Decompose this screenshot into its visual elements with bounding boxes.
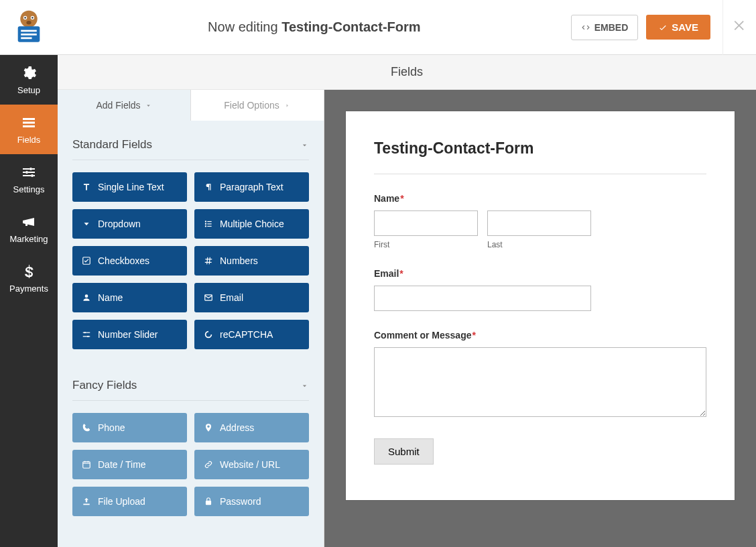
field-dropdown[interactable]: Dropdown [72, 209, 187, 239]
field-address[interactable]: Address [194, 413, 309, 442]
required-asterisk: * [399, 268, 403, 279]
rail-setup-label: Setup [17, 85, 40, 95]
link-icon [204, 460, 213, 469]
chevron-down-icon [300, 381, 309, 390]
close-button[interactable] [733, 18, 747, 37]
field-name[interactable]: Name [72, 283, 187, 312]
upload-icon [82, 497, 91, 506]
form-field-comment[interactable]: Comment or Message* [374, 330, 706, 420]
svg-point-25 [84, 332, 86, 333]
field-email[interactable]: Email [194, 283, 309, 312]
fields-panel: Add Fields Field Options Standard Fields [58, 90, 324, 547]
editing-prefix: Now editing [208, 19, 281, 34]
first-name-input[interactable] [374, 210, 478, 236]
preview-wrap: Testing-Contact-Form Name* First Last [324, 90, 756, 547]
rail-settings-label: Settings [13, 184, 45, 194]
svg-point-4 [32, 17, 34, 19]
caret-down-icon [82, 219, 91, 229]
first-sublabel: First [374, 240, 478, 249]
comment-label: Comment or Message* [374, 330, 706, 341]
group-fancy: Fancy Fields Phone Address Date / Time W… [58, 361, 324, 528]
lock-icon [204, 497, 213, 506]
rail-marketing[interactable]: Marketing [0, 204, 58, 253]
user-icon [82, 293, 91, 302]
sliders-icon [82, 330, 91, 339]
code-icon [581, 23, 590, 32]
editing-formname: Testing-Contact-Form [281, 19, 420, 34]
field-multiple-choice[interactable]: Multiple Choice [194, 209, 309, 239]
preview-card: Testing-Contact-Form Name* First Last [346, 111, 735, 500]
form-field-email[interactable]: Email* [374, 268, 706, 311]
rail-settings[interactable]: Settings [0, 154, 58, 204]
chevron-right-icon [284, 102, 291, 109]
check-square-icon [82, 256, 91, 265]
field-datetime[interactable]: Date / Time [72, 450, 187, 479]
save-button[interactable]: SAVE [646, 15, 710, 40]
secondary-header: Fields [58, 55, 756, 90]
phone-icon [82, 423, 91, 432]
tab-add-fields[interactable]: Add Fields [58, 90, 190, 121]
field-password[interactable]: Password [194, 487, 309, 516]
group-fancy-header[interactable]: Fancy Fields [72, 361, 309, 401]
svg-rect-21 [207, 226, 211, 227]
standard-grid: Single Line Text Paragraph Text Dropdown… [72, 160, 309, 361]
field-recaptcha[interactable]: reCAPTCHA [194, 320, 309, 349]
svg-rect-12 [23, 125, 35, 127]
field-numbers[interactable]: Numbers [194, 246, 309, 276]
last-name-input[interactable] [487, 210, 591, 236]
submit-button[interactable]: Submit [374, 438, 434, 465]
top-bar: Now editing Testing-Contact-Form EMBED S… [0, 0, 756, 55]
email-input[interactable] [374, 286, 591, 311]
secondary-title: Fields [391, 65, 423, 79]
app-logo [0, 0, 58, 55]
list-icon [204, 219, 213, 229]
fields-tabs: Add Fields Field Options [58, 90, 324, 121]
rail-setup[interactable]: Setup [0, 55, 58, 105]
form-field-name[interactable]: Name* First Last [374, 193, 706, 249]
workspace: Setup Fields Settings Marketing Payments… [0, 55, 756, 547]
field-website[interactable]: Website / URL [194, 450, 309, 479]
tab-add-label: Add Fields [96, 100, 140, 111]
group-fancy-title: Fancy Fields [72, 379, 137, 392]
envelope-icon [204, 293, 213, 302]
svg-point-5 [26, 21, 31, 24]
field-phone[interactable]: Phone [72, 413, 187, 442]
form-icon [21, 115, 37, 131]
sliders-icon [21, 164, 37, 180]
svg-rect-28 [206, 501, 211, 505]
field-number-slider[interactable]: Number Slider [72, 320, 187, 349]
rail-fields[interactable]: Fields [0, 105, 58, 154]
svg-point-18 [205, 223, 206, 225]
bullhorn-icon [21, 214, 37, 230]
svg-point-14 [25, 171, 28, 174]
field-checkboxes[interactable]: Checkboxes [72, 246, 187, 276]
comment-textarea[interactable] [374, 347, 706, 417]
embed-button[interactable]: EMBED [571, 15, 639, 40]
svg-rect-27 [83, 462, 90, 468]
editing-title: Now editing Testing-Contact-Form [58, 19, 571, 35]
svg-rect-17 [207, 221, 211, 222]
svg-point-26 [87, 336, 88, 337]
svg-point-15 [31, 174, 34, 177]
svg-point-20 [205, 225, 206, 227]
hash-icon [204, 256, 213, 265]
field-single-line-text[interactable]: Single Line Text [72, 172, 187, 202]
svg-rect-7 [21, 29, 37, 32]
required-asterisk: * [472, 330, 475, 341]
rail-payments[interactable]: Payments [0, 253, 58, 303]
field-fileupload[interactable]: File Upload [72, 487, 187, 516]
field-paragraph-text[interactable]: Paragraph Text [194, 172, 309, 202]
map-pin-icon [204, 423, 213, 432]
wpforms-logo-icon [9, 8, 48, 47]
email-label: Email* [374, 268, 706, 279]
group-standard-header[interactable]: Standard Fields [72, 121, 309, 160]
close-cell [722, 0, 756, 55]
rail-fields-label: Fields [17, 135, 41, 145]
svg-rect-9 [21, 37, 32, 39]
nav-rail: Setup Fields Settings Marketing Payments [0, 55, 58, 547]
tab-field-options[interactable]: Field Options [190, 90, 324, 121]
name-label: Name* [374, 193, 706, 204]
close-icon [733, 18, 747, 33]
form-title: Testing-Contact-Form [374, 139, 706, 174]
tab-options-label: Field Options [224, 100, 279, 111]
